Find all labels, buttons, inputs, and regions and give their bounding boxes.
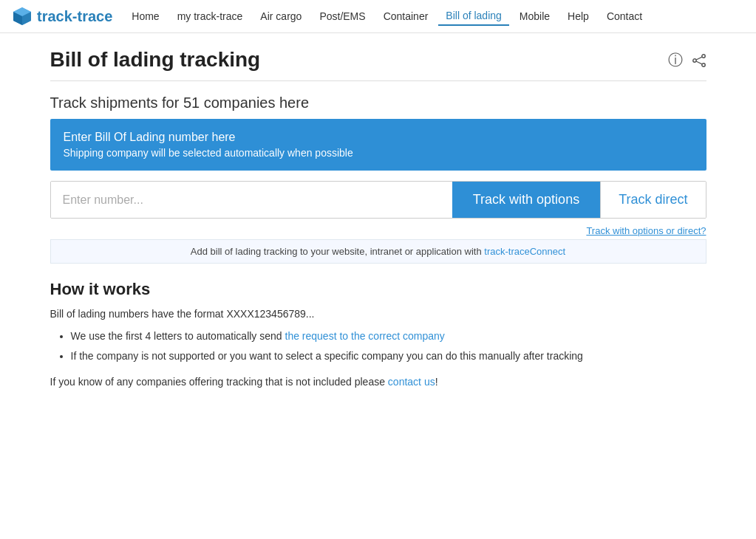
track-options-or-direct-link[interactable]: Track with options or direct? <box>586 225 706 236</box>
nav-bill-of-lading[interactable]: Bill of lading <box>438 7 509 26</box>
how-list: We use the first 4 letters to automatica… <box>50 329 706 364</box>
nav-container[interactable]: Container <box>376 7 436 25</box>
contact-text-after: ! <box>435 376 438 388</box>
page-title: Bill of lading tracking <box>50 48 261 72</box>
svg-line-7 <box>696 57 702 60</box>
contact-text: If you know of any companies offering tr… <box>50 376 706 388</box>
logo-link[interactable]: track-trace <box>12 6 112 27</box>
navigation: track-trace Home my track-trace Air carg… <box>0 0 756 33</box>
track-subtitle: Track shipments for 51 companies here <box>50 95 706 111</box>
connect-link[interactable]: track-traceConnect <box>484 246 565 257</box>
list-item-text: We use the first 4 letters to automatica… <box>71 330 445 342</box>
svg-point-6 <box>701 63 704 66</box>
svg-point-5 <box>692 59 695 62</box>
track-link-row: Track with options or direct? <box>50 224 706 236</box>
share-icon[interactable] <box>692 52 706 69</box>
svg-line-8 <box>696 61 702 64</box>
title-icons: ⓘ <box>668 50 706 70</box>
track-with-options-button[interactable]: Track with options <box>452 182 600 218</box>
tracking-number-input[interactable] <box>51 182 452 218</box>
nav-mobile[interactable]: Mobile <box>512 7 557 25</box>
nav-help[interactable]: Help <box>560 7 596 25</box>
connect-banner: Add bill of lading tracking to your webs… <box>50 239 706 264</box>
banner-line1: Enter Bill Of Lading number here <box>64 131 693 144</box>
logo-text: track-trace <box>37 8 112 25</box>
banner-line2: Shipping company will be selected automa… <box>64 147 693 159</box>
list-item: If the company is not supported or you w… <box>71 349 706 364</box>
svg-point-4 <box>701 55 704 58</box>
how-title: How it works <box>50 280 706 299</box>
nav-home[interactable]: Home <box>124 7 166 25</box>
title-divider <box>50 80 706 81</box>
how-format-text: Bill of lading numbers have the format X… <box>50 308 706 320</box>
help-icon[interactable]: ⓘ <box>668 50 683 70</box>
track-row: Track with options Track direct <box>50 181 706 219</box>
correct-company-link[interactable]: the request to the correct company <box>285 330 445 342</box>
page-title-row: Bill of lading tracking ⓘ <box>50 48 706 72</box>
list-item-text: If the company is not supported or you w… <box>71 350 583 362</box>
connect-text: Add bill of lading tracking to your webs… <box>191 246 484 257</box>
nav-air-cargo[interactable]: Air cargo <box>253 7 309 25</box>
nav-contact[interactable]: Contact <box>599 7 650 25</box>
contact-us-link[interactable]: contact us <box>388 376 435 388</box>
contact-text-before: If you know of any companies offering tr… <box>50 376 388 388</box>
info-banner: Enter Bill Of Lading number here Shippin… <box>50 119 706 171</box>
nav-my-track-trace[interactable]: my track-trace <box>170 7 251 25</box>
list-item: We use the first 4 letters to automatica… <box>71 329 706 344</box>
track-direct-button[interactable]: Track direct <box>600 182 705 218</box>
logo-icon <box>12 6 33 27</box>
nav-post-ems[interactable]: Post/EMS <box>312 7 372 25</box>
main-content: Bill of lading tracking ⓘ Track shipment… <box>38 33 718 402</box>
